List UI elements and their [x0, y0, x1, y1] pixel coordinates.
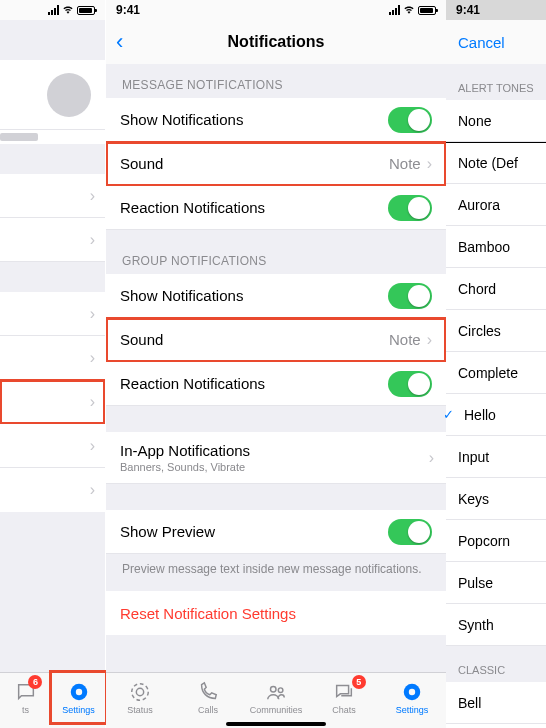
people-icon — [264, 681, 288, 703]
chevron-right-icon: › — [90, 231, 95, 249]
row-inapp[interactable]: In-App Notifications Banners, Sounds, Vi… — [106, 432, 446, 484]
tab-label: Settings — [62, 705, 95, 715]
row-sound-msg[interactable]: Sound Note › — [106, 142, 446, 186]
toggle-on[interactable] — [388, 283, 432, 309]
preview-footer: Preview message text inside new message … — [106, 554, 446, 591]
list-item[interactable]: › — [0, 174, 105, 218]
toggle-on[interactable] — [388, 371, 432, 397]
tone-label: Popcorn — [458, 533, 510, 549]
tone-row[interactable]: Popcorn — [446, 520, 546, 562]
row-show-preview[interactable]: Show Preview — [106, 510, 446, 554]
tone-label: Hello — [464, 407, 496, 423]
tone-row[interactable]: ✓Hello — [446, 394, 546, 436]
tab-status[interactable]: Status — [106, 673, 174, 722]
gear-icon — [400, 681, 424, 703]
chevron-right-icon: › — [90, 187, 95, 205]
tone-row[interactable]: Keys — [446, 478, 546, 520]
tab-chats[interactable]: 5 Chats — [310, 673, 378, 722]
list-item[interactable]: › — [0, 218, 105, 262]
chevron-right-icon: › — [90, 305, 95, 323]
chevron-right-icon: › — [90, 393, 95, 411]
row-reaction-group[interactable]: Reaction Notifications — [106, 362, 446, 406]
list-item[interactable]: › — [0, 424, 105, 468]
row-reaction-msg[interactable]: Reaction Notifications — [106, 186, 446, 230]
profile-row[interactable] — [0, 60, 105, 130]
svg-point-2 — [132, 683, 149, 700]
status-bar: 9:41 — [446, 0, 546, 20]
cell-label: Reaction Notifications — [120, 375, 265, 392]
section-header-group: GROUP NOTIFICATIONS — [106, 230, 446, 274]
tab-settings[interactable]: Settings — [52, 673, 105, 722]
status-time: 9:41 — [456, 3, 480, 17]
chevron-right-icon: › — [90, 437, 95, 455]
nav-bar: ‹ Notifications — [106, 20, 446, 64]
cellular-signal-icon — [389, 5, 400, 15]
checkmark-icon: ✓ — [443, 407, 454, 422]
phone-icon — [196, 681, 220, 703]
toggle-on[interactable] — [388, 107, 432, 133]
tone-label: Aurora — [458, 197, 500, 213]
svg-point-5 — [278, 687, 283, 692]
tab-label: Chats — [332, 705, 356, 715]
list-item[interactable]: › — [0, 292, 105, 336]
chevron-right-icon: › — [90, 349, 95, 367]
badge: 6 — [28, 675, 42, 689]
cell-label: Show Preview — [120, 523, 215, 540]
svg-point-1 — [75, 688, 81, 694]
tab-label: Communities — [250, 705, 303, 715]
status-bar: 9:41 — [106, 0, 446, 20]
back-button[interactable]: ‹ — [116, 29, 123, 55]
tab-bar: Status Calls Communities 5 Chats Setti — [106, 672, 446, 728]
tone-label: Synth — [458, 617, 494, 633]
chevron-right-icon: › — [429, 449, 434, 467]
tone-row[interactable]: Chord — [446, 268, 546, 310]
svg-point-4 — [271, 686, 277, 692]
tone-row[interactable]: Input — [446, 436, 546, 478]
row-sound-group[interactable]: Sound Note › — [106, 318, 446, 362]
tone-label: Input — [458, 449, 489, 465]
tone-row[interactable]: Complete — [446, 352, 546, 394]
row-show-notifications-msg[interactable]: Show Notifications — [106, 98, 446, 142]
list-item[interactable]: › — [0, 468, 105, 512]
section-header-classic: CLASSIC — [446, 646, 546, 682]
list-item[interactable]: › — [0, 336, 105, 380]
cell-label: Reaction Notifications — [120, 199, 265, 216]
page-title: Notifications — [228, 33, 325, 51]
toggle-on[interactable] — [388, 519, 432, 545]
tab-settings[interactable]: Settings — [378, 673, 446, 722]
avatar — [47, 73, 91, 117]
tone-row[interactable]: Pulse — [446, 562, 546, 604]
toggle-on[interactable] — [388, 195, 432, 221]
badge: 5 — [352, 675, 366, 689]
tab-calls[interactable]: Calls — [174, 673, 242, 722]
cell-label: Show Notifications — [120, 111, 243, 128]
home-indicator — [226, 722, 326, 726]
tab-partial[interactable]: 6 ts — [0, 673, 52, 722]
cell-label: In-App Notifications — [120, 442, 250, 459]
tab-communities[interactable]: Communities — [242, 673, 310, 722]
row-reset[interactable]: Reset Notification Settings — [106, 591, 446, 635]
tab-bar: 6 ts Settings — [0, 672, 105, 728]
tone-label: Keys — [458, 491, 489, 507]
section-header-alert-tones: ALERT TONES — [446, 64, 546, 100]
wifi-icon — [62, 5, 74, 15]
row-show-notifications-group[interactable]: Show Notifications — [106, 274, 446, 318]
tone-row[interactable]: Aurora — [446, 184, 546, 226]
tone-row[interactable]: Bell — [446, 682, 546, 724]
tone-row[interactable]: None — [446, 100, 546, 142]
cell-label: Show Notifications — [120, 287, 243, 304]
wifi-icon — [403, 5, 415, 15]
tone-row[interactable]: Note (Def — [446, 142, 546, 184]
cancel-button[interactable]: Cancel — [458, 34, 505, 51]
tab-label: Calls — [198, 705, 218, 715]
tone-row[interactable]: Bamboo — [446, 226, 546, 268]
tone-label: Bell — [458, 695, 481, 711]
tab-label: Settings — [396, 705, 429, 715]
list-item-highlighted[interactable]: › — [0, 380, 105, 424]
cell-subtitle: Banners, Sounds, Vibrate — [120, 461, 245, 473]
cell-label: Sound — [120, 331, 163, 348]
tone-label: Complete — [458, 365, 518, 381]
tone-row[interactable]: Circles — [446, 310, 546, 352]
tone-row[interactable]: Synth — [446, 604, 546, 646]
tone-label: None — [458, 113, 491, 129]
